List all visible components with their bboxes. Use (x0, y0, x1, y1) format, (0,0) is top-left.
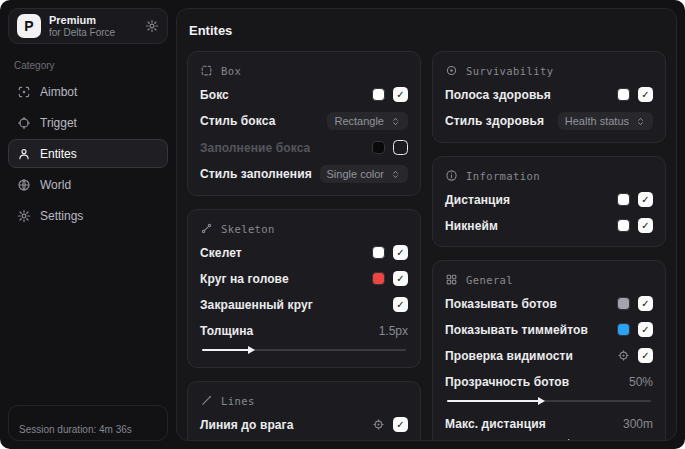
right-column: SurvivabilityПолоса здоровья✓Стиль здоро… (432, 51, 666, 441)
section-header: Lines (200, 394, 408, 407)
checkbox[interactable]: ✓ (638, 218, 653, 233)
slider-thumb[interactable] (568, 439, 575, 441)
setting-label: Заполнение бокса (200, 141, 310, 155)
sidebar-item-settings[interactable]: Settings (8, 201, 168, 230)
color-swatch[interactable] (372, 88, 385, 101)
slider-thumb[interactable] (248, 346, 255, 354)
gear-icon[interactable] (372, 418, 385, 431)
slider[interactable] (447, 400, 651, 402)
setting-controls: ✓ (393, 297, 408, 312)
setting-controls (372, 140, 408, 155)
setting-row: Никнейм✓ (445, 217, 653, 234)
color-swatch[interactable] (372, 272, 385, 285)
section-lines: LinesЛиния до врага✓Линия взгляда✓ (187, 381, 421, 441)
color-swatch[interactable] (617, 297, 630, 310)
setting-value: 1.5px (379, 324, 408, 338)
setting-controls: ✓ (372, 271, 408, 286)
setting-label: Круг на голове (200, 272, 289, 286)
checkbox[interactable]: ✓ (393, 87, 408, 102)
setting-row: Полоса здоровья✓ (445, 86, 653, 103)
color-swatch[interactable] (617, 88, 630, 101)
sidebar-item-aimbot[interactable]: Aimbot (8, 77, 168, 106)
checkbox[interactable]: ✓ (393, 417, 408, 432)
setting-label: Закрашенный круг (200, 298, 313, 312)
setting-label: Толщина (200, 324, 253, 338)
checkbox[interactable]: ✓ (393, 245, 408, 260)
setting-row: Макс. дистанция300m (445, 415, 653, 432)
color-swatch[interactable] (617, 193, 630, 206)
session-duration-text: Session duration: 4m 36s (19, 424, 132, 435)
sidebar-item-label: World (40, 178, 71, 192)
gear-icon[interactable] (617, 349, 630, 362)
page-title: Entites (189, 23, 666, 38)
brand-card: P Premium for Delta Force (8, 8, 168, 44)
entities-icon (17, 147, 31, 161)
select[interactable]: Single color (320, 165, 408, 183)
setting-controls: ✓ (617, 348, 653, 363)
slider-fill (447, 400, 539, 402)
section-header: Information (445, 169, 653, 182)
checkbox[interactable]: ✓ (638, 322, 653, 337)
setting-label: Полоса здоровья (445, 88, 551, 102)
survivability-icon (445, 64, 458, 77)
checkbox[interactable]: ✓ (393, 297, 408, 312)
brand-subtitle: for Delta Force (49, 27, 137, 39)
section-header: Survivability (445, 64, 653, 77)
checkbox[interactable]: ✓ (393, 271, 408, 286)
setting-label: Стиль бокса (200, 114, 275, 128)
app-window: P Premium for Delta Force Category Aimbo… (0, 0, 685, 449)
sidebar-item-label: Settings (40, 209, 83, 223)
setting-label: Стиль заполнения (200, 167, 312, 181)
setting-label: Показывать ботов (445, 297, 557, 311)
sidebar-item-label: Aimbot (40, 85, 77, 99)
section-header: Box (200, 64, 408, 77)
select[interactable]: Health status (558, 112, 653, 130)
color-swatch[interactable] (617, 219, 630, 232)
brand-logo: P (17, 14, 41, 38)
sidebar-nav: AimbotTriggetEntitesWorldSettings (8, 77, 168, 230)
slider-thumb[interactable] (538, 397, 545, 405)
select[interactable]: Rectangle (327, 112, 408, 130)
setting-row: Линия до врага✓ (200, 416, 408, 433)
sidebar-item-trigget[interactable]: Trigget (8, 108, 168, 137)
slider[interactable] (202, 349, 406, 351)
checkbox[interactable]: ✓ (638, 348, 653, 363)
settings-icon (17, 209, 31, 223)
setting-row: Круг на голове✓ (200, 270, 408, 287)
setting-value: 300m (623, 417, 653, 431)
setting-row: Закрашенный круг✓ (200, 296, 408, 313)
setting-label: Никнейм (445, 219, 498, 233)
section-title: Information (466, 170, 540, 182)
color-swatch[interactable] (372, 141, 385, 154)
checkbox[interactable]: ✓ (638, 296, 653, 311)
lines-icon (200, 394, 213, 407)
color-swatch[interactable] (372, 246, 385, 259)
sidebar-item-label: Entites (40, 147, 77, 161)
trigger-icon (17, 116, 31, 130)
settings-gear-icon[interactable] (145, 19, 159, 33)
setting-controls: ✓ (372, 87, 408, 102)
section-title: Box (221, 65, 241, 77)
checkbox[interactable]: ✓ (638, 87, 653, 102)
setting-row: Проверка видимости✓ (445, 347, 653, 364)
color-swatch[interactable] (617, 323, 630, 336)
brand-text: Premium for Delta Force (49, 14, 137, 38)
setting-controls: Rectangle (327, 112, 408, 130)
setting-row: Скелет✓ (200, 244, 408, 261)
sidebar-item-world[interactable]: World (8, 170, 168, 199)
slider-setting: Макс. дистанция300m (445, 415, 653, 441)
sidebar-item-entites[interactable]: Entites (8, 139, 168, 168)
setting-controls: Health status (558, 112, 653, 130)
slider-setting: Толщина1.5px (200, 322, 408, 351)
setting-label: Скелет (200, 246, 242, 260)
section-general: GeneralПоказывать ботов✓Показывать тимме… (432, 260, 666, 441)
checkbox[interactable]: ✓ (638, 192, 653, 207)
setting-label: Дистанция (445, 193, 510, 207)
setting-label: Проверка видимости (445, 349, 573, 363)
category-label: Category (14, 60, 164, 71)
unfold-icon (390, 116, 401, 127)
checkbox[interactable] (393, 140, 408, 155)
slider-setting: Прозрачность ботов50% (445, 373, 653, 402)
section-skeleton: SkeletonСкелет✓Круг на голове✓Закрашенны… (187, 209, 421, 368)
setting-label: Бокс (200, 88, 229, 102)
